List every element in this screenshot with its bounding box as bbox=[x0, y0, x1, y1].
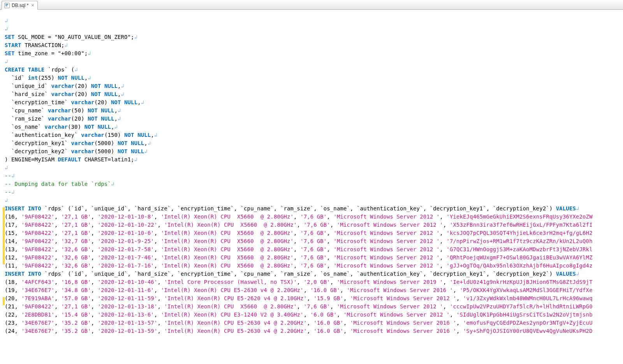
tab-bar: DB.sql * × bbox=[0, 0, 623, 10]
sql-file-icon bbox=[4, 3, 10, 8]
code-text[interactable]: ↲ ↲ SET SQL_MODE = "NO_AUTO_VALUE_ON_ZER… bbox=[5, 17, 623, 335]
tab-title: DB.sql * bbox=[12, 3, 28, 8]
file-tab[interactable]: DB.sql * × bbox=[2, 1, 38, 10]
close-icon[interactable]: × bbox=[30, 3, 35, 8]
editor-area[interactable]: ↲ ↲ SET SQL_MODE = "NO_AUTO_VALUE_ON_ZER… bbox=[0, 10, 623, 364]
